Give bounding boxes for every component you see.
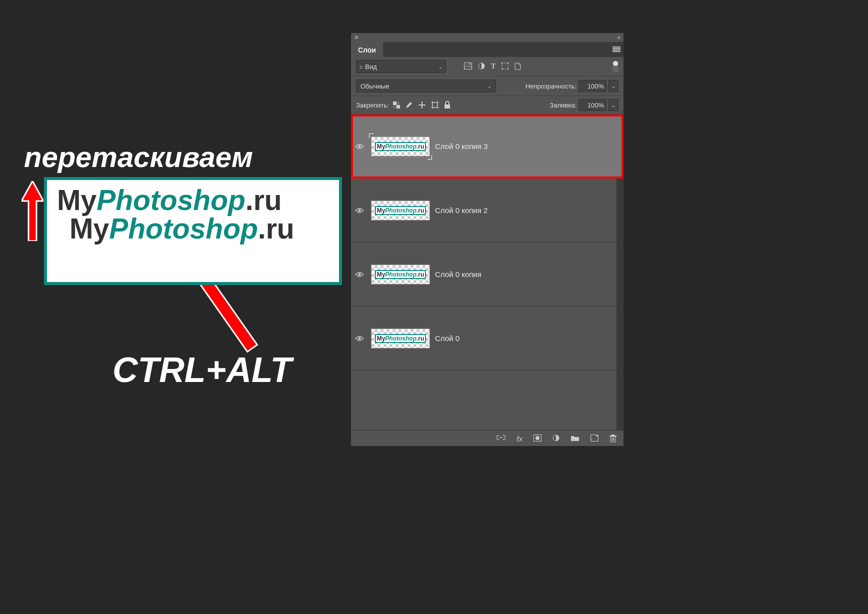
filter-adjust-icon[interactable] [478,62,485,70]
panel-row-blend: Обычные ⌄ Непрозрачность: 100% ⌄ [351,76,624,96]
filter-shape-icon[interactable] [502,62,508,70]
filter-toggle[interactable] [612,60,618,72]
blend-mode-dropdown[interactable]: Обычные ⌄ [356,80,496,92]
search-icon: ⌕ [360,63,363,70]
svg-rect-35 [610,436,616,436]
svg-rect-14 [432,102,438,108]
logo-part-my: My [57,184,96,216]
svg-point-6 [502,62,503,64]
close-icon[interactable]: ✕ [354,34,359,41]
adjustment-layer-icon[interactable] [552,434,560,443]
layer-visibility-icon[interactable] [355,272,366,278]
panel-tabs: Слои [351,42,624,57]
opacity-group: Непрозрачность: 100% ⌄ [526,80,618,92]
blend-mode-label: Обычные [360,82,389,90]
panel-titlebar: ✕ « [351,33,624,42]
lock-all-icon[interactable] [444,101,450,109]
filter-image-icon[interactable] [464,62,472,70]
lock-artboard-icon[interactable] [431,101,439,109]
svg-point-23 [358,337,361,340]
svg-rect-19 [444,104,450,108]
svg-point-22 [358,273,361,276]
layer-thumbnail[interactable]: MyPhotoshop.ru [371,263,430,286]
opacity-label: Непрозрачность: [526,82,576,90]
canvas-preview: MyPhotoshop.ru MyPhotoshop.ru [44,177,342,285]
layer-filter-icons: T [464,62,521,70]
fill-value-field[interactable]: 100% [578,99,606,111]
logo-part-my: My [70,212,109,244]
layer-mask-icon[interactable] [534,434,542,443]
opacity-chevron-icon[interactable]: ⌄ [608,80,618,92]
logo-part-ru: .ru [246,184,282,216]
fill-label: Заливка: [550,102,576,109]
svg-point-9 [508,68,509,70]
layer-item[interactable]: MyPhotoshop.ruСлой 0 копия [351,242,624,306]
new-layer-icon[interactable] [590,434,598,443]
annotation-drag-label: перетаскиваем [24,140,253,174]
layer-thumbnail[interactable]: MyPhotoshop.ru [371,135,430,158]
opacity-value-field[interactable]: 100% [578,80,606,92]
filter-text-icon[interactable]: T [491,62,496,70]
panel-row-lock: Закрепить: Заливка: 100% ⌄ [351,96,624,114]
layer-name-label[interactable]: Слой 0 [435,334,460,342]
lock-pixels-icon[interactable] [393,102,400,108]
layer-visibility-icon[interactable] [355,208,366,214]
svg-point-20 [358,145,361,148]
panel-footer: fx [351,430,624,446]
svg-point-25 [536,436,540,440]
link-layers-icon[interactable] [496,434,506,443]
layer-thumbnail[interactable]: MyPhotoshop.ru [371,327,430,350]
layer-visibility-icon[interactable] [355,336,366,342]
panel-menu-icon[interactable] [612,44,622,54]
layer-item[interactable]: MyPhotoshop.ruСлой 0 копия 2 [351,178,624,242]
svg-rect-13 [393,105,396,108]
layer-thumbnail[interactable]: MyPhotoshop.ru [371,199,430,222]
logo-part-photoshop: Photoshop [109,212,258,244]
svg-rect-12 [396,102,400,105]
canvas-logo-line-1: MyPhotoshop.ru [47,180,339,214]
svg-point-21 [358,209,361,212]
chevron-down-icon: ⌄ [488,84,492,89]
chevron-down-icon: ⌄ [438,64,442,70]
lock-position-icon[interactable] [418,101,426,109]
panel-row-search: ⌕ Вид ⌄ T [351,57,624,76]
layer-fx-icon[interactable]: fx [516,434,522,443]
svg-marker-0 [22,181,44,241]
layer-visibility-icon[interactable] [355,144,366,150]
layer-search-dropdown[interactable]: ⌕ Вид ⌄ [356,60,446,73]
tab-layers[interactable]: Слои [351,42,383,57]
canvas-logo-line-2: MyPhotoshop.ru [47,214,339,243]
layers-list: MyPhotoshop.ruСлой 0 копия 3MyPhotoshop.… [351,114,624,430]
new-group-icon[interactable] [570,434,580,443]
lock-label: Закрепить: [356,102,389,109]
layer-name-label[interactable]: Слой 0 копия [435,270,482,278]
svg-rect-10 [393,102,396,105]
layer-name-label[interactable]: Слой 0 копия 3 [435,142,488,150]
svg-rect-5 [502,63,508,69]
layer-search-label: Вид [365,63,377,70]
delete-layer-icon[interactable] [610,434,616,443]
logo-part-ru: .ru [258,212,294,244]
lock-brush-icon[interactable] [405,101,413,109]
fill-chevron-icon[interactable]: ⌄ [608,99,618,111]
fill-group: Заливка: 100% ⌄ [550,99,618,111]
filter-smart-icon[interactable] [514,62,521,70]
lock-icons [393,101,450,109]
svg-point-3 [470,64,471,65]
logo-part-photoshop: Photoshop [96,184,246,216]
svg-point-8 [502,68,503,70]
layer-item[interactable]: MyPhotoshop.ruСлой 0 [351,306,624,370]
arrow-up-icon [22,181,44,241]
layer-item[interactable]: MyPhotoshop.ruСлой 0 копия 3 [351,114,624,178]
svg-rect-11 [396,105,400,108]
svg-point-7 [508,62,509,64]
layer-name-label[interactable]: Слой 0 копия 2 [435,206,488,214]
collapse-icon[interactable]: « [617,34,620,41]
svg-rect-36 [612,434,614,436]
layers-panel: ✕ « Слои ⌕ Вид ⌄ T [351,33,624,446]
